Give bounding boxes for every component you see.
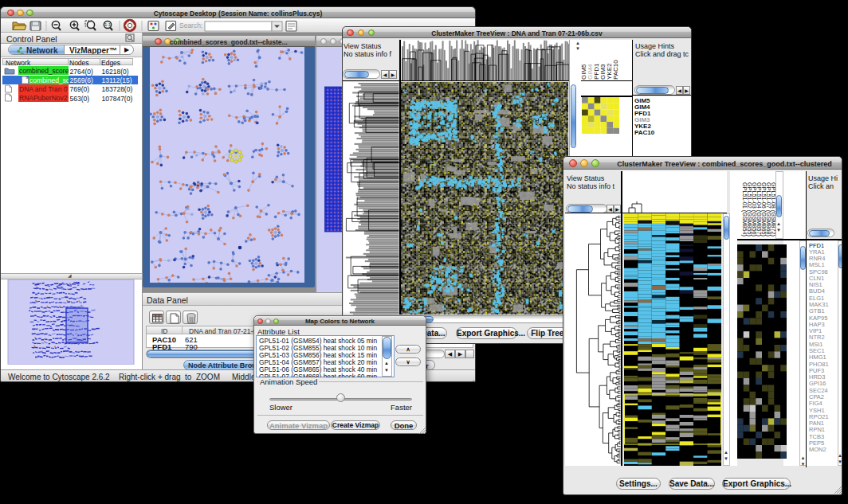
svg-text:Search:: Search:: [179, 21, 202, 29]
svg-text:PAC10: PAC10: [612, 60, 619, 80]
svg-text:1:1: 1:1: [104, 22, 111, 27]
svg-text:GPL51-08 (GSM872): GPL51-08 (GSM872): [770, 182, 775, 236]
